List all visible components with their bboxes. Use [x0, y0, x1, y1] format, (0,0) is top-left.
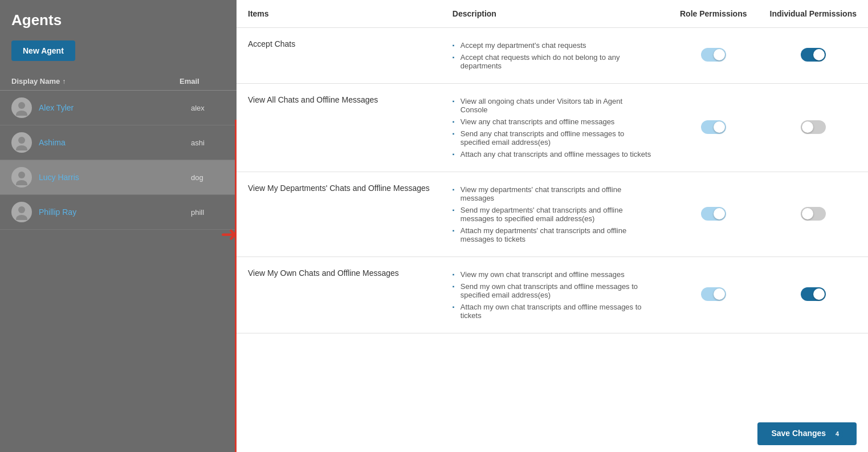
toggle-knob [714, 49, 725, 60]
individual-permission-toggle[interactable] [801, 120, 826, 134]
toggle-knob [714, 208, 725, 219]
col-items-header: Items [237, 0, 441, 28]
change-count-badge: 4 [832, 428, 843, 439]
individual-toggle-cell[interactable] [759, 84, 869, 172]
email-header: Email [180, 77, 225, 85]
permission-item-name: View My Departments' Chats and Offline M… [237, 172, 441, 257]
individual-permission-toggle[interactable] [801, 287, 826, 301]
toggle-knob [802, 121, 813, 133]
page-title: Agents [0, 11, 237, 40]
save-button[interactable]: Save Changes 4 [757, 422, 857, 445]
role-permission-toggle[interactable] [701, 48, 726, 62]
permission-row-view-all-chats: View All Chats and Offline Messages View… [237, 84, 868, 172]
desc-item: View my own chat transcript and offline … [453, 268, 651, 280]
individual-permission-toggle[interactable] [801, 207, 826, 221]
desc-item: Attach my own chat transcripts and offli… [453, 301, 651, 321]
svg-point-2 [18, 137, 25, 144]
toggle-knob [714, 121, 725, 133]
desc-item: Send my own chat transcripts and offline… [453, 280, 651, 301]
sort-arrow-icon: ↑ [62, 78, 66, 85]
selection-arrow-icon: ➜ [221, 224, 238, 245]
new-agent-button[interactable]: New Agent [11, 40, 75, 61]
save-area: Save Changes 4 [746, 416, 868, 452]
agents-table-header: Display Name ↑ Email [0, 72, 237, 91]
col-individual-header: Individual Permissions [759, 0, 869, 28]
avatar [11, 167, 32, 188]
permission-description: Accept my department's chat requestsAcce… [441, 28, 669, 84]
svg-point-5 [16, 180, 27, 185]
desc-item: Send any chat transcripts and offline me… [453, 128, 651, 148]
desc-item: Send my departments' chat transcripts an… [453, 204, 651, 225]
desc-item: View all ongoing chats under Visitors ta… [453, 95, 651, 116]
agent-email: dog [191, 173, 225, 182]
red-vertical-line [235, 120, 237, 452]
desc-item: Attach my departments' chat transcripts … [453, 225, 651, 245]
avatar [11, 202, 32, 222]
toggle-knob [813, 288, 825, 300]
svg-point-0 [18, 102, 25, 109]
permission-item-name: View My Own Chats and Offline Messages [237, 257, 441, 333]
toggle-knob [714, 288, 725, 300]
svg-point-3 [16, 145, 27, 150]
permissions-table: Items Description Role Permissions Indiv… [237, 0, 868, 333]
permissions-table-body: Accept Chats Accept my department's chat… [237, 28, 868, 333]
permission-description: View my own chat transcript and offline … [441, 257, 669, 333]
toggle-knob [802, 208, 813, 219]
individual-permission-toggle[interactable] [801, 48, 826, 62]
agent-row-lucy[interactable]: Lucy Harris dog [0, 160, 237, 195]
permission-item-name: View All Chats and Offline Messages [237, 84, 441, 172]
agent-name: Lucy Harris [39, 173, 191, 182]
desc-item: Attach any chat transcripts and offline … [453, 148, 651, 160]
svg-point-4 [18, 172, 25, 178]
svg-point-1 [16, 111, 27, 116]
display-name-header: Display Name ↑ [11, 77, 180, 85]
agents-list: Alex Tyler alex Ashima ashi Lucy Harris … [0, 91, 237, 230]
role-toggle-cell[interactable] [669, 28, 759, 84]
individual-toggle-cell[interactable] [759, 172, 869, 257]
permission-row-view-my-own-chats: View My Own Chats and Offline Messages V… [237, 257, 868, 333]
desc-item: Accept my department's chat requests [453, 39, 651, 51]
permission-description: View my departments' chat transcripts an… [441, 172, 669, 257]
role-permission-toggle[interactable] [701, 207, 726, 221]
avatar [11, 132, 32, 153]
desc-item: Accept chat requests which do not belong… [453, 51, 651, 72]
individual-toggle-cell[interactable] [759, 257, 869, 333]
agent-row-ashima[interactable]: Ashima ashi [0, 125, 237, 160]
agent-email: ashi [191, 139, 225, 147]
table-header-row: Items Description Role Permissions Indiv… [237, 0, 868, 28]
role-toggle-cell[interactable] [669, 84, 759, 172]
sidebar: Agents New Agent Display Name ↑ Email Al… [0, 0, 237, 452]
agent-name: Phillip Ray [39, 207, 191, 217]
col-role-header: Role Permissions [669, 0, 759, 28]
svg-point-7 [16, 215, 27, 220]
desc-item: View my departments' chat transcripts an… [453, 184, 651, 204]
agent-row-phillip[interactable]: Phillip Ray phill [0, 195, 237, 230]
agent-row-alex[interactable]: Alex Tyler alex [0, 91, 237, 125]
role-toggle-cell[interactable] [669, 257, 759, 333]
individual-toggle-cell[interactable] [759, 28, 869, 84]
agent-name: Ashima [39, 138, 191, 147]
permission-row-accept-chats: Accept Chats Accept my department's chat… [237, 28, 868, 84]
agent-email: phill [191, 208, 225, 217]
permission-description: View all ongoing chats under Visitors ta… [441, 84, 669, 172]
agent-name: Alex Tyler [39, 103, 191, 112]
svg-point-6 [18, 206, 25, 213]
toggle-knob [813, 49, 825, 60]
avatar [11, 97, 32, 118]
col-desc-header: Description [441, 0, 669, 28]
permission-item-name: Accept Chats [237, 28, 441, 84]
permissions-panel: Items Description Role Permissions Indiv… [237, 0, 868, 452]
role-toggle-cell[interactable] [669, 172, 759, 257]
desc-item: View any chat transcripts and offline me… [453, 116, 651, 128]
permission-row-view-my-dept-chats: View My Departments' Chats and Offline M… [237, 172, 868, 257]
role-permission-toggle[interactable] [701, 287, 726, 301]
agent-email: alex [191, 104, 225, 112]
role-permission-toggle[interactable] [701, 120, 726, 134]
